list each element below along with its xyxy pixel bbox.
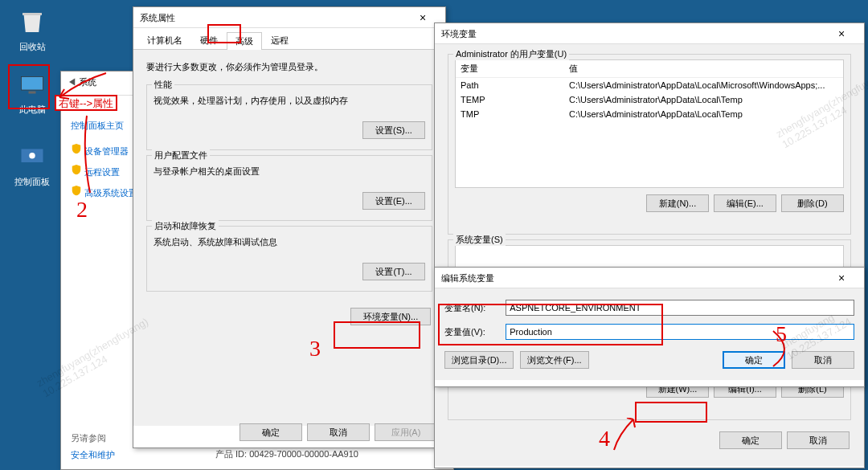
admin-note: 要进行大多数更改，你必须作为管理员登录。 — [138, 55, 440, 80]
new-user-var-button[interactable]: 新建(N)... — [646, 194, 709, 212]
edit-ok-button[interactable]: 确定 — [723, 351, 785, 369]
browse-file-button[interactable]: 浏览文件(F)... — [520, 351, 588, 369]
see-also-title: 另请参阅 — [71, 432, 115, 444]
product-id: 产品 ID: 00429-70000-00000-AA910 — [215, 448, 358, 460]
sys-vars-title: 系统变量(S) — [453, 234, 506, 246]
user-vars-table[interactable]: 变量值 PathC:\Users\Administrator\AppData\L… — [456, 60, 843, 121]
tab-remote[interactable]: 远程 — [262, 31, 297, 49]
startup-settings-button[interactable]: 设置(T)... — [362, 263, 425, 280]
close-icon[interactable]: × — [825, 23, 858, 44]
env-cancel-button[interactable]: 取消 — [787, 431, 850, 449]
del-user-var-button[interactable]: 删除(D) — [781, 194, 844, 212]
cancel-button[interactable]: 取消 — [307, 423, 370, 441]
apply-button: 应用(A) — [375, 423, 437, 441]
ok-button[interactable]: 确定 — [240, 423, 302, 441]
annotation-box: 右键-->属性 — [55, 95, 117, 111]
control-panel-icon — [18, 143, 47, 172]
annotation-box — [438, 304, 663, 345]
tabs: 计算机名 硬件 高级 远程 — [133, 28, 445, 50]
shield-icon — [71, 164, 82, 175]
user-vars-title: Administrator 的用户变量(U) — [453, 48, 569, 60]
annotation-box — [635, 402, 707, 423]
startup-title: 启动和故障恢复 — [152, 220, 219, 232]
perf-title: 性能 — [152, 79, 174, 91]
edit-cancel-button[interactable]: 取消 — [792, 351, 854, 369]
dialog-title: 系统属性 — [140, 7, 175, 28]
desktop-label: 回收站 — [12, 41, 52, 53]
perf-desc: 视觉效果，处理器计划，内存使用，以及虚拟内存 — [154, 90, 425, 112]
desktop-recycle[interactable]: 回收站 — [12, 8, 52, 53]
system-properties-dialog: 系统属性 × 计算机名 硬件 高级 远程 要进行大多数更改，你必须作为管理员登录… — [133, 6, 446, 448]
startup-desc: 系统启动、系统故障和调试信息 — [154, 231, 425, 253]
device-mgr-link[interactable]: 设备管理器 — [84, 146, 129, 156]
shield-icon — [71, 143, 82, 154]
annotation-box — [8, 64, 50, 109]
annotation-number: 3 — [309, 336, 321, 362]
browse-dir-button[interactable]: 浏览目录(D)... — [444, 351, 514, 369]
dialog-title: 编辑系统变量 — [441, 268, 494, 288]
annotation-box — [207, 24, 241, 43]
table-row: TMPC:\Users\Administrator\AppData\Local\… — [456, 107, 843, 121]
desktop-control[interactable]: 控制面板 — [12, 143, 52, 188]
close-icon[interactable]: × — [825, 268, 858, 288]
security-link[interactable]: 安全和维护 — [71, 449, 115, 461]
annotation-number: 4 — [599, 426, 610, 452]
shield-icon — [71, 185, 82, 196]
dialog-title: 环境变量 — [441, 23, 477, 44]
svg-point-3 — [29, 153, 35, 159]
annotation-number: 5 — [776, 321, 787, 347]
advanced-sys-link[interactable]: 高级系统设置 — [84, 188, 137, 198]
perf-settings-button[interactable]: 设置(S)... — [362, 121, 425, 139]
annotation-box — [334, 321, 420, 349]
table-row: PathC:\Users\Administrator\AppData\Local… — [456, 78, 843, 93]
remote-link[interactable]: 远程设置 — [84, 167, 120, 177]
desktop-label: 控制面板 — [12, 176, 52, 188]
env-ok-button[interactable]: 确定 — [719, 431, 782, 449]
profile-settings-button[interactable]: 设置(E)... — [362, 192, 425, 210]
table-row: TEMPC:\Users\Administrator\AppData\Local… — [456, 92, 843, 107]
profile-title: 用户配置文件 — [152, 149, 210, 161]
recycle-bin-icon — [18, 8, 47, 37]
profile-desc: 与登录帐户相关的桌面设置 — [154, 161, 425, 182]
annotation-number: 2 — [76, 197, 88, 223]
tab-computer-name[interactable]: 计算机名 — [138, 31, 191, 49]
edit-user-var-button[interactable]: 编辑(E)... — [714, 194, 776, 212]
